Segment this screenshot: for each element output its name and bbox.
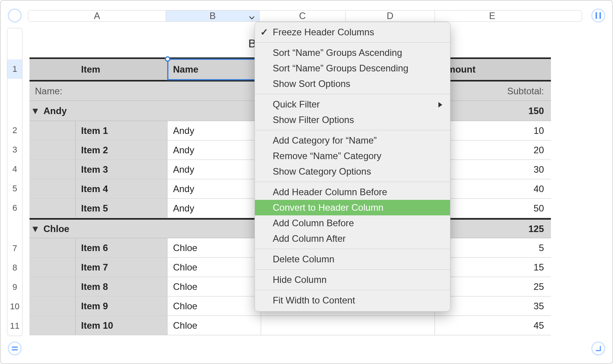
resize-corner-handle[interactable] [591, 341, 605, 355]
cell-name[interactable]: Chloe [168, 316, 261, 335]
menu-separator [255, 249, 450, 249]
cell-item[interactable]: Item 6 [76, 238, 168, 257]
column-label: A [94, 10, 100, 21]
menu-fit-width[interactable]: Fit Width to Content [255, 293, 450, 308]
row-header-3[interactable]: 3 [7, 140, 22, 159]
cell-item[interactable]: Item 4 [76, 179, 168, 198]
cell-amount[interactable]: 15 [435, 258, 551, 277]
column-context-menu: Freeze Header Columns Sort “Name” Groups… [255, 22, 450, 312]
menu-remove-category[interactable]: Remove “Name” Category [255, 148, 450, 164]
column-label: B [210, 10, 216, 21]
column-header-D[interactable]: D [346, 10, 435, 21]
disclosure-triangle-icon[interactable]: ▼ [29, 101, 41, 121]
cell-amount[interactable]: 35 [435, 296, 551, 315]
cell-amount[interactable]: 50 [435, 199, 551, 218]
cell-item[interactable]: Item 10 [76, 316, 168, 335]
header-name[interactable]: Name [168, 59, 261, 80]
cell-name[interactable]: Andy [168, 179, 261, 198]
cell-item[interactable]: Item 3 [76, 160, 168, 179]
column-header-E[interactable]: E [435, 10, 549, 21]
column-header-B[interactable]: B [166, 10, 260, 21]
row-header-1[interactable]: 1 [7, 59, 22, 79]
menu-add-category[interactable]: Add Category for “Name” [255, 133, 450, 148]
cell-item[interactable]: Item 5 [76, 199, 168, 218]
selection-handle-icon[interactable] [165, 56, 170, 62]
cell-amount[interactable]: 5 [435, 238, 551, 257]
cell-item[interactable]: Item 8 [76, 277, 168, 296]
cell-amount[interactable]: 30 [435, 160, 551, 179]
column-label: E [489, 10, 495, 21]
disclosure-triangle-icon[interactable]: ▼ [29, 220, 41, 238]
row-header-bar: 1 2 3 4 5 6 7 8 9 10 11 [7, 28, 23, 336]
add-row-handle[interactable] [8, 341, 22, 355]
column-header-A[interactable]: A [28, 10, 166, 21]
cell-amount[interactable]: 10 [435, 121, 551, 140]
cell-item[interactable]: Item 9 [76, 296, 168, 315]
menu-show-category-options[interactable]: Show Category Options [255, 164, 450, 179]
table-corner-handle-tl[interactable] [8, 9, 22, 23]
group-field-label: Name: [29, 81, 168, 101]
menu-separator [255, 42, 450, 43]
row-header-9[interactable]: 9 [7, 277, 22, 297]
column-header-bar: A B C D E [28, 10, 582, 22]
cell-item[interactable]: Item 2 [76, 140, 168, 159]
menu-separator [255, 130, 450, 130]
row-header-6[interactable]: 6 [7, 198, 22, 218]
menu-separator [255, 182, 450, 182]
cell-amount[interactable]: 20 [435, 140, 551, 159]
cell-name[interactable]: Chloe [168, 238, 261, 257]
table-row: Item 10 Chloe 45 [29, 316, 551, 335]
cell-name[interactable]: Andy [168, 199, 261, 218]
menu-separator [255, 94, 450, 94]
row-header-8[interactable]: 8 [7, 258, 22, 277]
group-name: Chloe [41, 220, 69, 238]
menu-hide-column[interactable]: Hide Column [255, 272, 450, 288]
menu-quick-filter[interactable]: Quick Filter [255, 97, 450, 112]
menu-separator [255, 290, 450, 290]
menu-sort-descending[interactable]: Sort “Name” Groups Descending [255, 61, 450, 76]
header-amount[interactable]: Amount [435, 59, 551, 80]
group-subtotal: 150 [435, 101, 551, 121]
header-gutter [29, 59, 76, 80]
cell-item[interactable]: Item 7 [76, 258, 168, 277]
row-header-11[interactable]: 11 [7, 316, 22, 336]
column-header-C[interactable]: C [260, 10, 346, 21]
menu-separator [255, 269, 450, 270]
menu-add-column-after[interactable]: Add Column After [255, 231, 450, 246]
add-column-handle[interactable] [591, 9, 605, 23]
cell-amount[interactable]: 25 [435, 277, 551, 296]
group-subtotal: 125 [435, 220, 551, 238]
menu-add-column-before[interactable]: Add Column Before [255, 215, 450, 231]
row-header-2[interactable]: 2 [7, 121, 22, 140]
menu-sort-ascending[interactable]: Sort “Name” Groups Ascending [255, 45, 450, 61]
row-header-4[interactable]: 4 [7, 159, 22, 179]
menu-add-header-column-before[interactable]: Add Header Column Before [255, 184, 450, 200]
cell-amount[interactable]: 40 [435, 179, 551, 198]
chevron-down-icon[interactable] [248, 13, 255, 24]
menu-convert-to-header-column[interactable]: Convert to Header Column [255, 200, 450, 215]
column-label: C [299, 10, 306, 21]
menu-show-filter-options[interactable]: Show Filter Options [255, 112, 450, 128]
cell-item[interactable]: Item 1 [76, 121, 168, 140]
menu-delete-column[interactable]: Delete Column [255, 251, 450, 267]
cell-name[interactable]: Andy [168, 121, 261, 140]
row-header-7[interactable]: 7 [7, 239, 22, 258]
menu-freeze-header-columns[interactable]: Freeze Header Columns [255, 24, 450, 40]
columns-icon [596, 12, 601, 19]
row-header-10[interactable]: 10 [7, 297, 22, 316]
rows-icon [12, 347, 18, 350]
cell-name[interactable]: Chloe [168, 296, 261, 315]
cell-amount[interactable]: 45 [435, 316, 551, 335]
header-item[interactable]: Item [76, 59, 168, 80]
cell-name[interactable]: Chloe [168, 258, 261, 277]
group-name: Andy [41, 101, 67, 121]
corner-icon [595, 345, 602, 352]
cell-name[interactable]: Chloe [168, 277, 261, 296]
cell-name[interactable]: Andy [168, 160, 261, 179]
menu-show-sort-options[interactable]: Show Sort Options [255, 76, 450, 92]
cell-name[interactable]: Andy [168, 140, 261, 159]
subtotal-label: Subtotal: [435, 81, 551, 101]
column-label: D [387, 10, 393, 21]
row-header-5[interactable]: 5 [7, 179, 22, 198]
